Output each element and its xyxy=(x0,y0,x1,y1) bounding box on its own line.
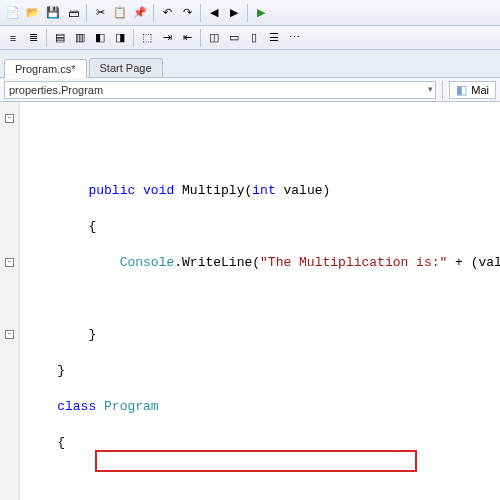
toolbar-main: 📄 📂 💾 🗃 ✂ 📋 📌 ↶ ↷ ◀ ▶ ▶ xyxy=(0,0,500,26)
tab-icon[interactable]: ⇥ xyxy=(158,29,176,47)
comment-icon[interactable]: ▤ xyxy=(51,29,69,47)
separator xyxy=(133,29,134,47)
nav-back-icon[interactable]: ◀ xyxy=(205,4,223,22)
copy-icon[interactable]: 📋 xyxy=(111,4,129,22)
method-icon: ◧ xyxy=(456,83,467,97)
prev-bookmark-icon[interactable]: ◨ xyxy=(111,29,129,47)
document-tabs: Program.cs* Start Page xyxy=(0,50,500,78)
outdent-icon[interactable]: ≣ xyxy=(24,29,42,47)
separator xyxy=(442,81,443,99)
untab-icon[interactable]: ⇤ xyxy=(178,29,196,47)
separator xyxy=(247,4,248,22)
separator xyxy=(200,29,201,47)
code-nav-bar: properties.Program ▾ ◧ Mai xyxy=(0,78,500,102)
scope-dropdown[interactable]: properties.Program ▾ xyxy=(4,81,436,99)
callout-highlight xyxy=(95,450,417,472)
member-label: Mai xyxy=(471,84,489,96)
indent-icon[interactable]: ≡ xyxy=(4,29,22,47)
toolbar-edit: ≡ ≣ ▤ ▥ ◧ ◨ ⬚ ⇥ ⇤ ◫ ▭ ▯ ☰ ⋯ xyxy=(0,26,500,50)
separator xyxy=(46,29,47,47)
paste-icon[interactable]: 📌 xyxy=(131,4,149,22)
nav-fwd-icon[interactable]: ▶ xyxy=(225,4,243,22)
tab-start-page[interactable]: Start Page xyxy=(89,58,163,77)
new-file-icon[interactable]: 📄 xyxy=(4,4,22,22)
list-icon[interactable]: ☰ xyxy=(265,29,283,47)
bookmark-icon[interactable]: ◧ xyxy=(91,29,109,47)
chevron-down-icon: ▾ xyxy=(428,84,433,94)
more-icon[interactable]: ⋯ xyxy=(285,29,303,47)
undo-icon[interactable]: ↶ xyxy=(158,4,176,22)
uncomment-icon[interactable]: ▥ xyxy=(71,29,89,47)
open-file-icon[interactable]: 📂 xyxy=(24,4,42,22)
fold-icon[interactable]: - xyxy=(5,330,14,339)
tab-program-cs[interactable]: Program.cs* xyxy=(4,59,87,78)
separator xyxy=(153,4,154,22)
fold-icon[interactable]: - xyxy=(5,258,14,267)
member-dropdown[interactable]: ◧ Mai xyxy=(449,81,496,99)
play-icon[interactable]: ▶ xyxy=(252,4,270,22)
cut-icon[interactable]: ✂ xyxy=(91,4,109,22)
window1-icon[interactable]: ▭ xyxy=(225,29,243,47)
separator xyxy=(200,4,201,22)
editor-gutter: - - - xyxy=(0,102,20,500)
window2-icon[interactable]: ▯ xyxy=(245,29,263,47)
scope-label: properties.Program xyxy=(9,84,103,96)
save-icon[interactable]: 💾 xyxy=(44,4,62,22)
format-icon[interactable]: ⬚ xyxy=(138,29,156,47)
code-editor[interactable]: - - - public void Multiply(int value) { … xyxy=(0,102,500,500)
save-all-icon[interactable]: 🗃 xyxy=(64,4,82,22)
doc-outline-icon[interactable]: ◫ xyxy=(205,29,223,47)
redo-icon[interactable]: ↷ xyxy=(178,4,196,22)
separator xyxy=(86,4,87,22)
fold-icon[interactable]: - xyxy=(5,114,14,123)
